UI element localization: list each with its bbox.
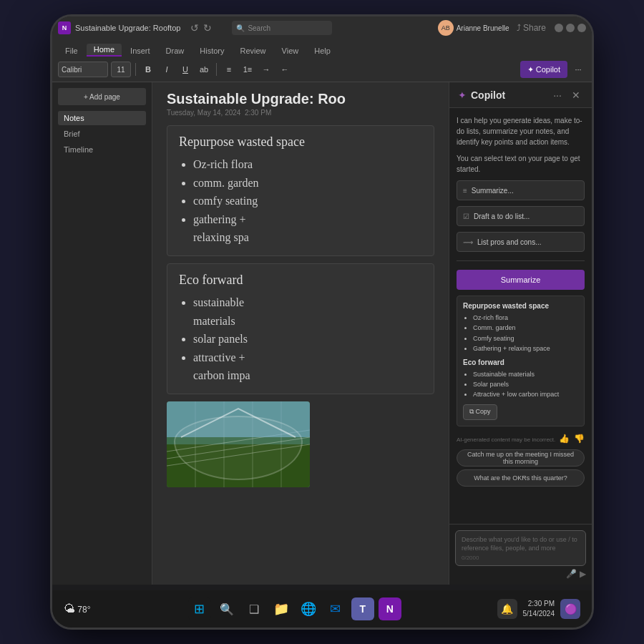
suggestion-label: List pros and cons... xyxy=(477,238,542,246)
divider xyxy=(457,260,585,261)
feedback-row: 👍 👎 xyxy=(559,434,585,444)
copilot-sparkle-icon: ✦ xyxy=(458,89,467,101)
sidebar: + Add page Notes Brief Timeline xyxy=(52,82,152,585)
temperature: 78° xyxy=(77,605,90,615)
copilot-input-box[interactable]: Describe what you'd like to do or use / … xyxy=(455,530,586,566)
suggestion-summarize[interactable]: ≡ Summarize... xyxy=(457,180,585,200)
underline-btn[interactable]: U xyxy=(177,62,193,77)
copy-btn[interactable]: ⧉ Copy xyxy=(463,404,497,420)
mail-btn[interactable]: ✉ xyxy=(324,597,347,620)
okrs-btn[interactable]: What are the OKRs this quarter? xyxy=(457,469,585,487)
add-page-btn[interactable]: + Add page xyxy=(58,88,146,105)
copilot-close-btn[interactable]: ✕ xyxy=(569,88,583,102)
minimize-btn[interactable] xyxy=(555,24,563,32)
tab-history[interactable]: History xyxy=(192,45,231,57)
avatar: AB xyxy=(438,20,454,36)
file-explorer-btn[interactable]: 📁 xyxy=(270,597,293,620)
more-btn[interactable]: ··· xyxy=(570,62,586,77)
catch-up-btn[interactable]: Catch me up on the meeting I missed this… xyxy=(457,449,585,467)
copilot-ribbon-btn[interactable]: ✦ Copilot xyxy=(520,61,567,78)
result-section-1-title: Repurpose wasted space xyxy=(463,302,578,310)
sidebar-item-timeline[interactable]: Timeline xyxy=(58,142,146,157)
result-item: Comm. garden xyxy=(473,323,578,333)
result-item: Solar panels xyxy=(473,379,578,389)
svg-line-3 xyxy=(167,444,310,466)
tab-file[interactable]: File xyxy=(58,45,85,57)
search-icon: 🔍 xyxy=(236,24,245,32)
window-controls: AB Arianne Brunelle ⤴ Share xyxy=(438,20,586,36)
summarize-action-btn[interactable]: Summarize xyxy=(457,270,585,290)
copilot-header: ✦ Copilot ··· ✕ xyxy=(449,82,592,108)
outdent-btn[interactable]: ← xyxy=(277,62,293,77)
copilot-input-area: Describe what you'd like to do or use / … xyxy=(449,524,592,585)
strikethrough-btn[interactable]: ab xyxy=(196,62,212,77)
italic-btn[interactable]: I xyxy=(159,62,175,77)
windows-logo-icon: ⊞ xyxy=(194,601,205,617)
task-view-btn[interactable]: ❑ xyxy=(243,597,265,620)
undo-btn[interactable]: ↺ xyxy=(190,22,199,34)
tab-insert[interactable]: Insert xyxy=(123,45,157,57)
tab-review[interactable]: Review xyxy=(233,45,273,57)
quick-suggestions: Catch me up on the meeting I missed this… xyxy=(457,449,585,487)
indent-btn[interactable]: → xyxy=(258,62,274,77)
copilot-panel: ✦ Copilot ··· ✕ I can help you generate … xyxy=(449,82,592,585)
result-section-2-title: Eco forward xyxy=(463,358,578,366)
redo-btn[interactable]: ↻ xyxy=(203,22,212,34)
sidebar-nav: Notes Brief Timeline xyxy=(58,111,146,157)
bullet-list-btn[interactable]: ≡ xyxy=(221,62,237,77)
section-1: Repurpose wasted space Oz-rich flora com… xyxy=(167,125,434,256)
copilot-body: I can help you generate ideas, make to-d… xyxy=(449,108,592,524)
numbered-list-btn[interactable]: 1≡ xyxy=(240,62,255,77)
result-item: Oz-rich flora xyxy=(473,313,578,323)
send-btn[interactable]: ▶ xyxy=(580,569,586,579)
current-time: 2:30 PM xyxy=(523,599,555,609)
page-header: Sustainable Upgrade: Roo Tuesday, May 14… xyxy=(152,82,449,119)
font-size[interactable] xyxy=(111,62,131,77)
tab-help[interactable]: Help xyxy=(307,45,338,57)
onenote-btn[interactable]: N xyxy=(379,597,401,620)
mic-btn[interactable]: 🎤 xyxy=(566,569,577,579)
section-2-list: sustainable materials solar panels attra… xyxy=(179,293,422,385)
search-placeholder: Search xyxy=(248,24,270,32)
copilot-input-placeholder: Describe what you'd like to do or use / … xyxy=(462,535,580,553)
result-item: Gathering + relaxing space xyxy=(473,343,578,353)
copilot-input-counter: 0/2000 xyxy=(462,555,580,561)
sidebar-item-brief[interactable]: Brief xyxy=(58,127,146,141)
edge-btn[interactable]: 🌐 xyxy=(297,597,320,620)
action-center[interactable]: 🟣 xyxy=(560,599,580,619)
section-1-list: Oz-rich flora comm. garden comfy seating… xyxy=(179,155,422,247)
list-item: sustainable materials xyxy=(193,293,422,330)
result-item: Attractive + low carbon impact xyxy=(473,389,578,399)
suggestion-todo[interactable]: ☑ Draft a to do list... xyxy=(457,206,585,226)
share-btn[interactable]: ⤴ Share xyxy=(517,23,546,33)
section-2: Eco forward sustainable materials solar … xyxy=(167,263,434,394)
task-view-icon: ❑ xyxy=(249,602,259,616)
copilot-more-btn[interactable]: ··· xyxy=(550,88,565,102)
close-btn[interactable] xyxy=(577,24,586,32)
font-selector[interactable] xyxy=(58,62,108,77)
search-btn[interactable]: 🔍 xyxy=(215,597,238,620)
tab-home[interactable]: Home xyxy=(87,44,122,57)
svg-rect-1 xyxy=(167,444,310,487)
suggestion-pros-cons[interactable]: ⟿ List pros and cons... xyxy=(457,232,585,252)
teams-btn[interactable]: T xyxy=(351,597,374,620)
maximize-btn[interactable] xyxy=(566,24,575,32)
result-list-2: Sustainable materials Solar panels Attra… xyxy=(463,369,578,400)
ribbon: File Home Insert Draw History Review Vie… xyxy=(52,39,592,82)
summarize-icon: ≡ xyxy=(463,187,467,195)
onenote-app-icon[interactable]: N xyxy=(58,21,71,34)
thumbs-up-btn[interactable]: 👍 xyxy=(559,434,570,444)
tab-draw[interactable]: Draw xyxy=(159,45,192,57)
taskbar-icons: ⊞ 🔍 ❑ 📁 🌐 ✉ T N xyxy=(98,597,492,620)
notification-center[interactable]: 🔔 xyxy=(497,599,517,619)
search-box[interactable]: 🔍 Search xyxy=(232,21,332,35)
page-date: Tuesday, May 14, 2024 2:30 PM xyxy=(167,109,434,117)
onenote-taskbar-icon: N xyxy=(386,603,394,615)
list-item: comfy seating xyxy=(193,192,422,210)
thumbs-down-btn[interactable]: 👎 xyxy=(574,434,585,444)
bold-btn[interactable]: B xyxy=(140,62,156,77)
windows-start-btn[interactable]: ⊞ xyxy=(188,597,211,620)
sidebar-item-notes[interactable]: Notes xyxy=(58,111,146,125)
list-item: attractive + carbon impa xyxy=(193,348,422,385)
tab-view[interactable]: View xyxy=(275,45,306,57)
